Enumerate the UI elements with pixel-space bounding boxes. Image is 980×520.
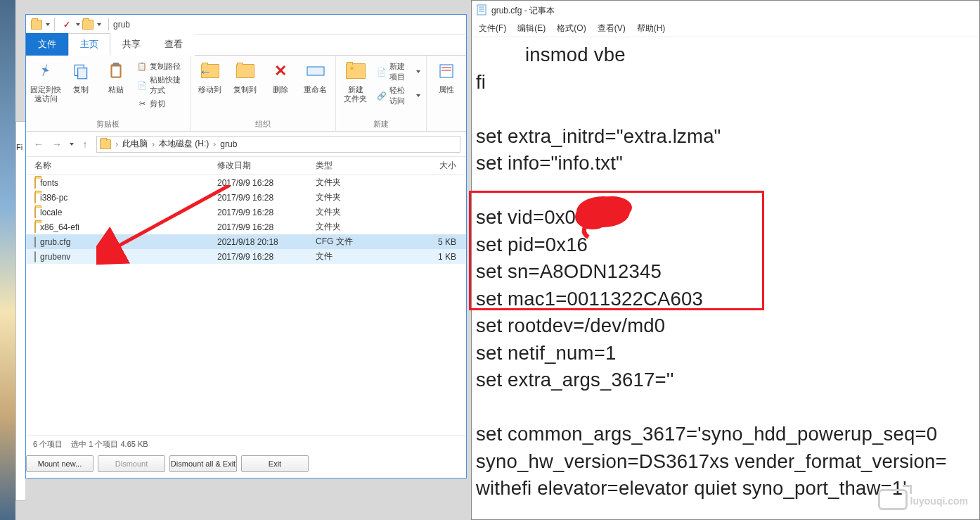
- col-name[interactable]: 名称: [34, 160, 217, 172]
- tab-view[interactable]: 查看: [153, 33, 195, 56]
- file-row[interactable]: x86_64-efi 2017/9/9 16:28 文件夹: [26, 220, 466, 234]
- file-size: 5 KB: [400, 237, 456, 247]
- bottom-button-bar: Mount new... Dismount Dismount all & Exi…: [19, 452, 316, 475]
- paste-button[interactable]: 粘贴: [102, 58, 130, 96]
- ribbon-group-label: 剪贴板: [26, 119, 190, 129]
- background-window-sliver: Fi: [15, 121, 25, 501]
- file-size: 1 KB: [400, 252, 456, 262]
- pin-quickaccess-button[interactable]: 固定到快 速访问: [32, 58, 60, 105]
- col-date[interactable]: 修改日期: [217, 160, 316, 172]
- nav-forward-button[interactable]: →: [50, 137, 64, 151]
- file-type: 文件夹: [316, 177, 400, 189]
- file-type: 文件: [316, 251, 400, 262]
- nav-history-dropdown[interactable]: [70, 143, 74, 146]
- file-type: 文件夹: [316, 191, 400, 203]
- tab-share[interactable]: 共享: [110, 33, 153, 56]
- file-date: 2017/9/9 16:28: [217, 208, 316, 217]
- copy-to-button[interactable]: 复制到: [231, 58, 259, 96]
- code-line: set extra_args_3617='': [476, 369, 674, 391]
- paste-shortcut-button[interactable]: 📄粘贴快捷方式: [137, 75, 184, 96]
- col-type[interactable]: 类型: [316, 160, 400, 172]
- notepad-titlebar[interactable]: grub.cfg - 记事本: [472, 1, 979, 20]
- ribbon-group-clipboard: 固定到快 速访问 复制 粘贴 📋复制路径 📄粘贴快捷方式 ✂剪切 剪贴板: [26, 56, 191, 131]
- rename-button[interactable]: 重命名: [302, 58, 330, 96]
- menu-file[interactable]: 文件(F): [479, 23, 506, 34]
- code-line: insmod vbe: [476, 42, 979, 69]
- exit-button[interactable]: Exit: [241, 455, 309, 472]
- ribbon-group-label: 新建: [336, 119, 426, 129]
- file-name: x86_64-efi: [40, 222, 79, 232]
- mount-new-button[interactable]: Mount new...: [26, 455, 94, 472]
- dismount-button[interactable]: Dismount: [98, 455, 165, 472]
- col-size[interactable]: 大小: [400, 160, 456, 172]
- nav-up-button[interactable]: ↑: [78, 137, 92, 151]
- menu-help[interactable]: 帮助(H): [637, 23, 666, 34]
- svg-point-10: [575, 204, 610, 229]
- code-line: set extra_initrd="extra.lzma": [476, 125, 721, 147]
- nav-back-button[interactable]: ←: [32, 137, 46, 151]
- notepad-app-icon: [476, 4, 487, 18]
- file-name: grubenv: [40, 252, 70, 262]
- folder-icon: [34, 222, 36, 233]
- status-bar: 6 个项目 选中 1 个项目 4.65 KB: [26, 436, 466, 452]
- explorer-window: ✓ grub 文件 主页 共享 查看 固定到快 速访问 复制: [25, 14, 467, 478]
- menu-edit[interactable]: 编辑(E): [517, 23, 546, 34]
- code-line: set rootdev=/dev/md0: [476, 315, 665, 336]
- file-row[interactable]: locale 2017/9/9 16:28 文件夹: [26, 205, 466, 220]
- copy-path-button[interactable]: 📋复制路径: [137, 61, 184, 72]
- status-item-count: 6 个项目: [33, 439, 63, 450]
- menu-format[interactable]: 格式(O): [557, 23, 586, 34]
- code-line: set sn=A8ODN12345: [476, 260, 662, 282]
- column-headers[interactable]: 名称 修改日期 类型 大小: [26, 157, 466, 175]
- file-row[interactable]: grubenv 2017/9/9 16:28 文件 1 KB: [26, 249, 466, 264]
- file-list: 名称 修改日期 类型 大小 fonts 2017/9/9 16:28 文件夹 i…: [26, 157, 466, 459]
- status-selection: 选中 1 个项目 4.65 KB: [71, 439, 148, 450]
- notepad-title: grub.cfg - 记事本: [491, 5, 555, 17]
- file-icon: [34, 236, 36, 248]
- file-type: CFG 文件: [316, 236, 400, 248]
- svg-point-9: [576, 196, 630, 227]
- separator: [108, 18, 109, 31]
- code-line: set vid=0x0: [476, 206, 576, 228]
- chevron-down-icon[interactable]: [46, 23, 50, 26]
- breadcrumb[interactable]: › 此电脑› 本地磁盘 (H:)› grub: [96, 136, 460, 153]
- notepad-text-area[interactable]: insmod vbefi set extra_initrd="extra.lzm…: [472, 37, 979, 520]
- nav-bar: ← → ↑ › 此电脑› 本地磁盘 (H:)› grub: [26, 132, 466, 157]
- file-type: 文件夹: [316, 221, 400, 233]
- file-name: fonts: [40, 178, 58, 188]
- code-line: withefi elevator=elevator quiet syno_por…: [476, 477, 907, 499]
- cut-button[interactable]: ✂剪切: [137, 99, 184, 109]
- dismount-all-exit-button[interactable]: Dismount all & Exit: [169, 455, 237, 472]
- menu-view[interactable]: 查看(V): [598, 23, 626, 34]
- copy-button[interactable]: 复制: [67, 58, 95, 96]
- chevron-down-icon[interactable]: [97, 23, 101, 26]
- easy-access-button[interactable]: 🔗轻松访问: [377, 85, 420, 106]
- breadcrumb-segment[interactable]: 此电脑: [122, 138, 148, 150]
- tab-file[interactable]: 文件: [26, 33, 68, 56]
- router-icon: [878, 489, 908, 510]
- chevron-down-icon[interactable]: [76, 23, 80, 26]
- new-item-button[interactable]: 📄新建项目: [377, 61, 420, 82]
- file-row[interactable]: grub.cfg 2021/9/18 20:18 CFG 文件 5 KB: [26, 234, 466, 249]
- tab-home[interactable]: 主页: [68, 33, 110, 56]
- svg-rect-5: [307, 67, 324, 75]
- watermark: luyouqi.com: [878, 483, 968, 507]
- check-icon[interactable]: ✓: [61, 19, 72, 30]
- breadcrumb-segment[interactable]: 本地磁盘 (H:): [159, 138, 209, 150]
- new-folder-button[interactable]: ✦ 新建 文件夹: [342, 58, 370, 105]
- file-row[interactable]: i386-pc 2017/9/9 16:28 文件夹: [26, 190, 466, 205]
- breadcrumb-segment[interactable]: grub: [220, 139, 237, 149]
- code-line: set netif_num=1: [476, 342, 616, 364]
- explorer-titlebar[interactable]: ✓ grub: [26, 15, 466, 34]
- ribbon-group-new: ✦ 新建 文件夹 📄新建项目 🔗轻松访问 新建: [336, 56, 427, 131]
- svg-rect-4: [112, 67, 120, 77]
- properties-button[interactable]: 属性: [432, 58, 460, 96]
- delete-button[interactable]: ✕ 删除: [266, 58, 295, 96]
- svg-rect-8: [477, 5, 486, 15]
- file-type: 文件夹: [316, 206, 400, 218]
- file-row[interactable]: fonts 2017/9/9 16:28 文件夹: [26, 175, 466, 190]
- file-date: 2017/9/9 16:28: [217, 252, 316, 262]
- file-icon: [34, 251, 36, 262]
- move-to-button[interactable]: ← 移动到: [196, 58, 224, 96]
- code-line: set common_args_3617='syno_hdd_powerup_s…: [476, 423, 937, 445]
